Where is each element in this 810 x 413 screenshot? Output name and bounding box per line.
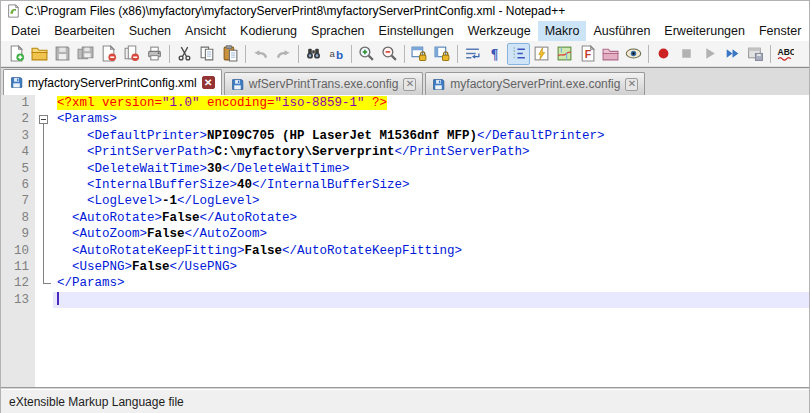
sync-horizontal-scroll-icon	[434, 45, 451, 62]
save-all-icon	[77, 45, 94, 62]
close-file-icon	[100, 45, 117, 62]
notepad-plus-plus-window: C:\Program Files (x86)\myfactory\myfacto…	[0, 0, 810, 413]
zoom-out-button[interactable]	[378, 43, 401, 65]
menu-item-ausf-hren[interactable]: Ausführen	[586, 21, 657, 41]
tab-close-icon[interactable]: ✕	[202, 76, 215, 89]
floppy-disk-icon	[231, 78, 244, 91]
menu-item-werkzeuge[interactable]: Werkzeuge	[461, 21, 538, 41]
line-number: 9	[1, 226, 29, 242]
menu-item-ansicht[interactable]: Ansicht	[178, 21, 233, 41]
line-number: 4	[1, 144, 29, 160]
document-map-icon	[533, 45, 550, 62]
fold-cell	[35, 210, 53, 226]
svg-text:a: a	[330, 48, 336, 59]
menu-item-kodierung[interactable]: Kodierung	[233, 21, 304, 41]
show-all-characters-button[interactable]: ¶	[484, 43, 507, 65]
word-wrap-icon	[464, 45, 481, 62]
new-file-button[interactable]	[5, 43, 28, 65]
code-line-13[interactable]	[53, 292, 809, 308]
line-number: 2	[1, 111, 29, 127]
paste-button[interactable]	[219, 43, 242, 65]
close-all-button[interactable]	[120, 43, 143, 65]
code-line-7[interactable]: <LogLevel>-1</LogLevel>	[57, 193, 809, 209]
line-number: 13	[1, 292, 29, 308]
tab-myfactoryserverprint-exe-config[interactable]: myfactoryServerPrint.exe.config✕	[425, 72, 645, 95]
find-button[interactable]	[302, 43, 325, 65]
code-line-5[interactable]: <DeleteWaitTime>30</DeleteWaitTime>	[57, 161, 809, 177]
fold-cell	[35, 243, 53, 259]
cut-icon	[176, 45, 193, 62]
code-line-4[interactable]: <PrintServerPath>C:\myfactory\Serverprin…	[57, 144, 809, 160]
code-area[interactable]: <?xml version="1.0" encoding="iso-8859-1…	[53, 95, 809, 387]
toolbar-separator	[770, 45, 771, 63]
editor[interactable]: 12345678910111213 <?xml version="1.0" en…	[1, 95, 809, 387]
line-number: 6	[1, 177, 29, 193]
code-line-1[interactable]: <?xml version="1.0" encoding="iso-8859-1…	[57, 95, 809, 111]
toolbar-separator	[298, 45, 299, 63]
toolbar-separator	[648, 45, 649, 63]
menu-item-erweiterungen[interactable]: Erweiterungen	[657, 21, 752, 41]
menu-item-fenster[interactable]: Fenster	[752, 21, 808, 41]
macro-record-button[interactable]	[652, 43, 675, 65]
show-all-characters-icon: ¶	[487, 45, 504, 62]
close-file-button[interactable]	[97, 43, 120, 65]
zoom-in-button[interactable]	[355, 43, 378, 65]
sync-horizontal-scroll-button[interactable]	[431, 43, 454, 65]
tab-wfservprinttrans-exe-config[interactable]: wfServPrintTrans.exe.config✕	[224, 72, 424, 95]
code-line-3[interactable]: <DefaultPrinter>NPI09C705 (HP LaserJet M…	[57, 128, 809, 144]
code-line-6[interactable]: <InternalBufferSize>40</InternalBufferSi…	[57, 177, 809, 193]
tab-myfactoryserverprintconfig-xml[interactable]: myfactoryServerPrintConfig.xml✕	[3, 69, 222, 95]
replace-button[interactable]: ab	[325, 43, 348, 65]
folder-as-workspace-icon: F	[579, 45, 596, 62]
fold-cell	[35, 259, 53, 275]
line-number: 7	[1, 193, 29, 209]
file-monitoring-eye-button[interactable]	[622, 43, 645, 65]
cut-button[interactable]	[173, 43, 196, 65]
sync-vertical-scroll-button[interactable]	[408, 43, 431, 65]
open-folder-icon	[31, 45, 48, 62]
tab-label: wfServPrintTrans.exe.config	[249, 77, 399, 91]
title-bar: C:\Program Files (x86)\myfactory\myfacto…	[1, 1, 809, 21]
code-line-8[interactable]: <AutoRotate>False</AutoRotate>	[57, 210, 809, 226]
zoom-in-icon	[358, 45, 375, 62]
fold-cell	[35, 193, 53, 209]
tab-close-icon[interactable]: ✕	[625, 78, 638, 91]
line-number: 8	[1, 210, 29, 226]
tab-close-icon[interactable]: ✕	[403, 78, 416, 91]
spell-check-abc-button[interactable]: ABC	[774, 43, 797, 65]
menu-item-makro[interactable]: Makro	[538, 21, 587, 41]
code-line-11[interactable]: <UsePNG>False</UsePNG>	[57, 259, 809, 275]
code-line-9[interactable]: <AutoZoom>False</AutoZoom>	[57, 226, 809, 242]
text-caret	[57, 292, 59, 305]
new-file-icon	[8, 45, 25, 62]
open-folder-button[interactable]	[28, 43, 51, 65]
tab-label: myfactoryServerPrint.exe.config	[450, 77, 620, 91]
macro-save-button	[744, 43, 767, 65]
code-line-2[interactable]: <Params>	[57, 111, 809, 127]
menu-item-datei[interactable]: Datei	[4, 21, 47, 41]
code-line-12[interactable]: </Params>	[57, 275, 809, 291]
function-list-button[interactable]	[553, 43, 576, 65]
print-icon	[146, 45, 163, 62]
code-line-10[interactable]: <AutoRotateKeepFitting>False</AutoRotate…	[57, 243, 809, 259]
paste-icon	[222, 45, 239, 62]
menu-item-suchen[interactable]: Suchen	[122, 21, 178, 41]
macro-run-multiple-button[interactable]	[721, 43, 744, 65]
toolbar-separator	[457, 45, 458, 63]
menu-item-bearbeiten[interactable]: Bearbeiten	[47, 21, 121, 41]
zoom-out-icon	[381, 45, 398, 62]
menu-item-einstellungen[interactable]: Einstellungen	[372, 21, 461, 41]
fold-cell	[35, 95, 53, 111]
menu-item-sprachen[interactable]: Sprachen	[304, 21, 372, 41]
folder-as-workspace-button[interactable]: F	[576, 43, 599, 65]
fold-collapse-icon[interactable]	[35, 111, 53, 127]
save-all-button	[74, 43, 97, 65]
print-button[interactable]	[143, 43, 166, 65]
word-wrap-button[interactable]	[461, 43, 484, 65]
document-map-button[interactable]	[530, 43, 553, 65]
show-indent-guide-button[interactable]	[507, 43, 530, 65]
svg-text:b: b	[336, 48, 343, 61]
fold-cell	[35, 275, 53, 291]
undo-button	[249, 43, 272, 65]
copy-button[interactable]	[196, 43, 219, 65]
